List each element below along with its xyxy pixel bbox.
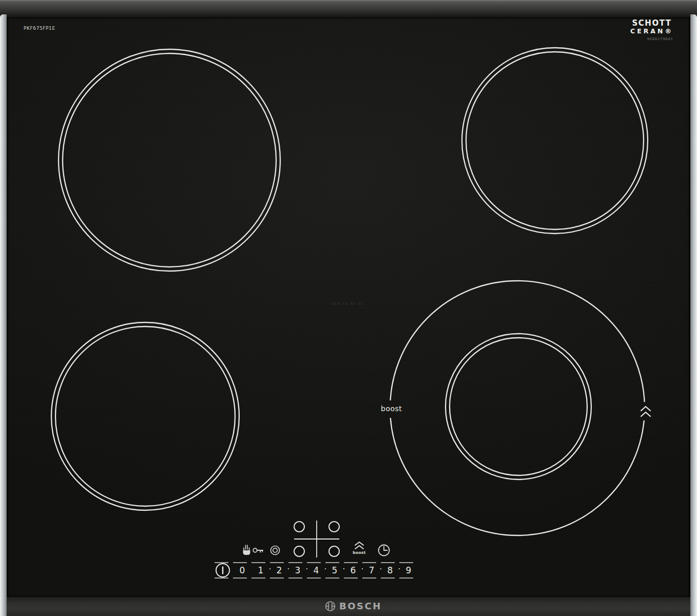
part-number: 9000179001	[647, 37, 673, 41]
glass-brand-line1: SCHOTT	[630, 20, 673, 28]
glass-brand-line2: CERAN®	[630, 28, 673, 34]
power-level-7[interactable]: 7	[369, 565, 375, 575]
power-dot: ·	[324, 565, 327, 574]
dual-zone-icon[interactable]	[271, 546, 280, 555]
brand-wordmark: BOSCH	[339, 601, 382, 611]
cooktop: PKF675FP1E SCHOTT CERAN® 9000179001 GER …	[0, 0, 697, 616]
power-level-8[interactable]: 8	[388, 565, 393, 575]
power-level-6[interactable]: 6	[351, 565, 356, 575]
model-number: PKF675FP1E	[24, 26, 55, 31]
power-dot: ·	[361, 565, 364, 574]
power-toggle-icon[interactable]	[216, 564, 229, 577]
power-level-4[interactable]: 4	[314, 565, 319, 575]
power-level-9[interactable]: 9	[406, 565, 412, 575]
zone-top-left-ring	[59, 49, 280, 271]
child-lock-icon[interactable]	[243, 545, 263, 555]
zone-selector-cross[interactable]	[294, 521, 339, 557]
hob-graphics	[0, 0, 697, 616]
zone-select-front-left[interactable]	[294, 522, 304, 532]
power-dot: ·	[380, 565, 382, 574]
zone-select-front-right[interactable]	[329, 522, 339, 532]
power-level-3[interactable]: 3	[295, 565, 301, 575]
power-level-0[interactable]: 0	[240, 565, 245, 575]
zone-dual-ring	[390, 281, 645, 535]
zone-select-back-left[interactable]	[294, 546, 304, 556]
glass-etching: GER 18 NE 05	[331, 302, 363, 306]
zone-select-back-right[interactable]	[329, 546, 339, 556]
power-level-5[interactable]: 5	[332, 565, 338, 575]
power-dot: ·	[343, 565, 345, 574]
power-dot: ·	[398, 565, 401, 574]
timer-icon[interactable]	[379, 545, 390, 556]
zone-top-right-ring	[462, 48, 648, 234]
boost-zone-label: boost	[381, 405, 402, 413]
glass-brand: SCHOTT CERAN®	[630, 20, 673, 34]
power-level-1[interactable]: 1	[258, 565, 264, 575]
bosch-logo-icon	[326, 602, 335, 611]
power-dot: ·	[269, 565, 272, 574]
power-dot: ·	[306, 565, 308, 574]
boost-button-icon[interactable]	[355, 542, 363, 549]
power-dot: ·	[287, 565, 290, 574]
boost-button-label[interactable]: boost	[353, 550, 366, 555]
power-level-2[interactable]: 2	[277, 565, 282, 575]
zone-bottom-left-ring	[51, 322, 239, 510]
ring-gap-right	[638, 402, 653, 420]
